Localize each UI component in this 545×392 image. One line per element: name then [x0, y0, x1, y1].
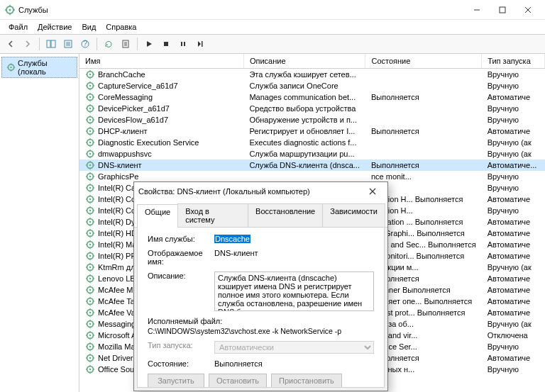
gear-icon	[85, 308, 95, 318]
gear-icon	[85, 285, 95, 295]
table-row[interactable]: CaptureService_a61d7Служба записи OneCor…	[79, 80, 545, 91]
service-name: Intel(R) Co	[98, 195, 136, 203]
service-name: Diagnostic Execution Service	[98, 138, 199, 147]
col-desc[interactable]: Описание	[243, 54, 365, 69]
service-startup: Автоматиче	[482, 307, 545, 318]
menubar: Файл Действие Вид Справка	[0, 20, 545, 34]
table-row[interactable]: DNS-клиентСлужба DNS-клиента (dnsca...Вы…	[79, 159, 545, 171]
show-hide-tree-button[interactable]	[43, 36, 59, 52]
tab-general[interactable]: Общие	[137, 204, 178, 228]
service-desc	[243, 171, 365, 182]
tree-root-label: Службы (локаль	[18, 59, 74, 76]
stop-service-button[interactable]	[158, 36, 174, 52]
service-startup: Автоматиче	[482, 296, 545, 307]
service-state	[365, 103, 482, 114]
forward-button[interactable]	[20, 36, 35, 52]
tree-pane: Службы (локаль	[0, 54, 79, 392]
service-name: Intel(R) HD	[98, 229, 137, 237]
svg-text:?: ?	[83, 39, 87, 47]
gear-icon	[85, 103, 95, 113]
tree-root-node[interactable]: Службы (локаль	[1, 57, 77, 78]
menu-view[interactable]: Вид	[77, 21, 100, 33]
table-row[interactable]: GraphicsPence monit...Вручную	[79, 171, 545, 182]
start-service-button[interactable]	[141, 36, 157, 52]
gear-icon	[85, 364, 95, 374]
maximize-button[interactable]	[490, 1, 515, 18]
value-service-name[interactable]: Dnscache	[214, 235, 251, 243]
service-startup: Вручную (ак	[482, 148, 545, 159]
pause-service-button[interactable]	[175, 36, 191, 52]
service-name: CoreMessaging	[98, 93, 153, 101]
tab-recovery[interactable]: Восстановление	[248, 203, 323, 227]
gear-icon	[85, 240, 95, 250]
properties-button[interactable]	[118, 36, 133, 52]
service-name: Intel(R) Ma	[98, 240, 136, 249]
gear-icon	[85, 296, 95, 306]
service-startup: Автоматиче...	[482, 159, 545, 171]
table-row[interactable]: DevicePicker_a61d7Средство выбора устрой…	[79, 103, 545, 114]
col-state[interactable]: Состояние	[365, 54, 482, 69]
service-name: GraphicsPe	[98, 172, 138, 181]
service-startup: Вручную	[482, 114, 545, 125]
gear-icon	[85, 138, 95, 147]
service-startup: Отключена	[482, 330, 545, 341]
gear-icon	[85, 149, 95, 159]
dialog-title: Свойства: DNS-клиент (Локальный компьюте…	[138, 187, 310, 196]
service-state	[365, 69, 482, 81]
service-desc: Служба записи OneCore	[243, 80, 365, 91]
dialog-close-button[interactable]	[362, 184, 383, 199]
service-state	[365, 80, 482, 91]
refresh-button[interactable]	[101, 36, 116, 52]
back-button[interactable]	[3, 36, 18, 52]
dialog-tabs: Общие Вход в систему Восстановление Зави…	[134, 201, 387, 228]
table-row[interactable]: dmwappushsvcСлужба маршрутизации pu...Вр…	[79, 148, 545, 159]
menu-action[interactable]: Действие	[33, 21, 76, 33]
menu-file[interactable]: Файл	[4, 21, 32, 33]
restart-service-button[interactable]	[192, 36, 208, 52]
gear-icon	[85, 81, 95, 91]
service-startup: Вручную	[482, 171, 545, 182]
service-state: Выполняется	[365, 125, 482, 137]
value-description[interactable]: Служба DNS-клиента (dnscache) кэширует и…	[214, 271, 374, 311]
service-startup: Вручную	[482, 205, 545, 216]
help-icon[interactable]: ?	[77, 36, 93, 52]
service-desc: Эта служба кэширует сетев...	[243, 69, 365, 81]
gear-icon	[85, 217, 95, 227]
close-button[interactable]	[515, 1, 541, 18]
gear-icon	[85, 262, 95, 272]
service-desc: Служба маршрутизации pu...	[243, 148, 365, 159]
gear-icon	[85, 353, 95, 363]
service-name: DHCP-клиент	[98, 127, 148, 135]
gear-icon	[85, 342, 95, 352]
value-state: Выполняется	[214, 359, 374, 368]
label-state: Состояние:	[148, 359, 209, 368]
service-name: Office Sou	[98, 365, 134, 374]
table-row[interactable]: CoreMessagingManages communication bet..…	[79, 91, 545, 103]
table-row[interactable]: DevicesFlow_a61d7Обнаружение устройств и…	[79, 114, 545, 125]
minimize-button[interactable]	[464, 1, 490, 18]
service-startup: Вручную (ак	[482, 137, 545, 148]
service-name: DevicesFlow_a61d7	[98, 116, 168, 124]
service-state	[365, 114, 482, 125]
col-startup[interactable]: Тип запуска	[482, 54, 545, 69]
service-name: McAfee Tas	[98, 297, 138, 306]
service-desc: Обнаружение устройств и п...	[243, 114, 365, 125]
service-startup: Автоматиче	[482, 125, 545, 137]
stop-button: Остановить	[209, 374, 267, 388]
table-row[interactable]: DHCP-клиентРегистрирует и обновляет I...…	[79, 125, 545, 137]
service-startup: Автоматиче	[482, 239, 545, 250]
col-name[interactable]: Имя	[79, 54, 243, 69]
tab-dependencies[interactable]: Зависимости	[322, 203, 385, 227]
export-list-button[interactable]	[60, 36, 76, 52]
table-row[interactable]: Diagnostic Execution ServiceExecutes dia…	[79, 137, 545, 148]
service-startup: Вручную	[482, 80, 545, 91]
service-startup: Автоматиче	[482, 91, 545, 103]
gear-icon	[85, 228, 95, 238]
table-row[interactable]: BranchCacheЭта служба кэширует сетев...В…	[79, 69, 545, 81]
service-startup: Автоматиче	[482, 194, 545, 205]
gear-icon	[85, 172, 95, 181]
tab-logon[interactable]: Вход в систему	[177, 203, 248, 227]
service-desc: Executes diagnostic actions f...	[243, 137, 365, 148]
menu-help[interactable]: Справка	[101, 21, 141, 33]
gear-icon	[85, 69, 95, 79]
